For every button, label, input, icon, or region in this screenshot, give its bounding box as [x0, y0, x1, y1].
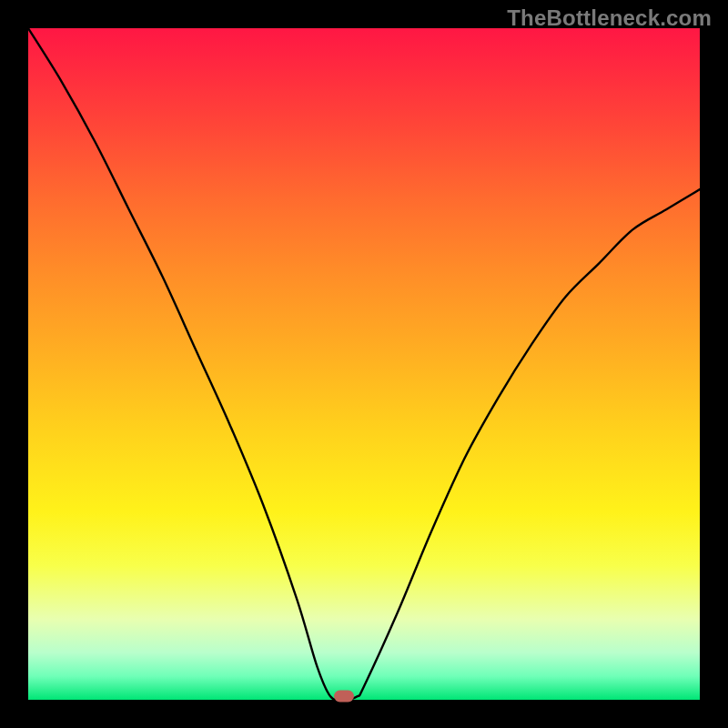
optimal-marker	[334, 691, 354, 703]
watermark-text: TheBottleneck.com	[507, 5, 712, 31]
chart-frame: TheBottleneck.com	[0, 0, 728, 728]
plot-area	[28, 28, 700, 700]
bottleneck-curve	[28, 28, 700, 700]
